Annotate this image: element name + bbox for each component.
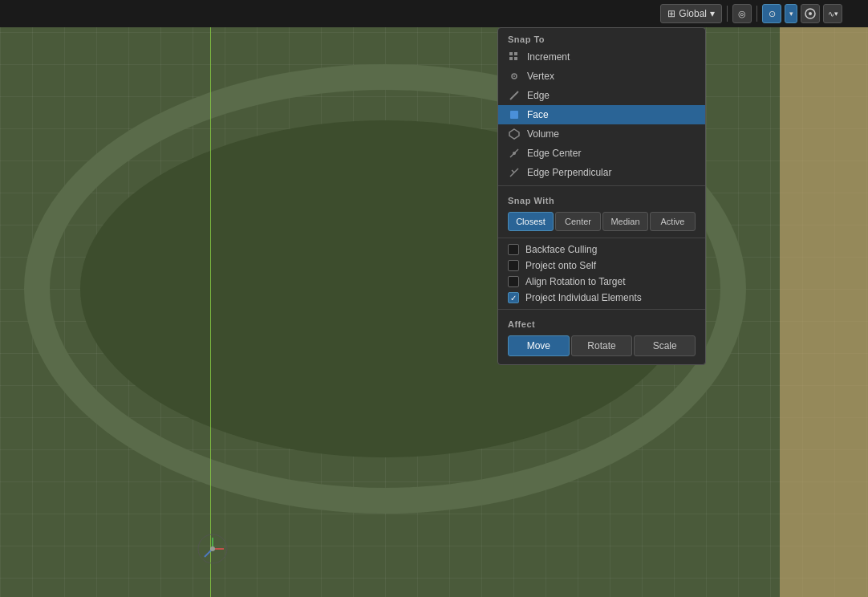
svg-line-19	[512, 170, 514, 173]
svg-rect-8	[514, 52, 517, 55]
increment-icon	[508, 51, 521, 63]
snap-with-closest-btn[interactable]: Closest	[508, 212, 554, 231]
snap-to-label: Snap To	[498, 28, 705, 47]
snap-with-label: Snap With	[498, 189, 705, 209]
align-rotation-row[interactable]: Align Rotation to Target	[498, 274, 705, 290]
edge-perpendicular-label: Edge Perpendicular	[527, 167, 611, 178]
snap-item-edge[interactable]: Edge	[498, 86, 705, 105]
svg-point-4	[210, 546, 215, 551]
snap-with-buttons: Closest Center Median Active	[498, 209, 705, 234]
svg-marker-15	[509, 129, 519, 139]
edge-center-label: Edge Center	[527, 148, 581, 159]
affect-label: Affect	[498, 313, 705, 332]
increment-label: Increment	[527, 51, 570, 63]
svg-line-13	[510, 91, 518, 100]
transform-orientation-dropdown[interactable]: ⊞ Global ▾	[660, 4, 722, 23]
face-icon	[508, 108, 521, 121]
project-onto-self-row[interactable]: Project onto Self	[498, 258, 705, 274]
orientation-icon: ⊞	[667, 8, 675, 19]
affect-scale-btn[interactable]: Scale	[634, 335, 696, 356]
svg-point-6	[809, 12, 812, 15]
volume-icon	[508, 128, 521, 140]
svg-rect-14	[510, 111, 518, 119]
vertex-icon	[508, 70, 521, 83]
project-individual-checkbox[interactable]	[508, 292, 519, 303]
vertex-label: Vertex	[527, 71, 554, 82]
proportional-falloff-btn[interactable]: ∿ ▾	[823, 4, 842, 23]
affect-move-btn[interactable]: Move	[508, 335, 570, 356]
wave-chevron-icon: ▾	[834, 10, 838, 18]
edge-perpendicular-icon	[508, 166, 521, 179]
divider-3	[498, 309, 705, 310]
divider-2	[498, 238, 705, 238]
right-panel	[780, 0, 868, 597]
project-individual-row[interactable]: Project Individual Elements	[498, 290, 705, 306]
orientation-label: Global	[679, 8, 707, 19]
edge-center-icon	[508, 147, 521, 160]
edge-label: Edge	[527, 90, 550, 101]
viewport	[0, 0, 868, 597]
snap-popup: Snap To Increment Vertex Edge Face Volum…	[497, 27, 706, 365]
snap-toggle-btn[interactable]: ⊙	[762, 4, 781, 23]
align-rotation-checkbox[interactable]	[508, 276, 519, 287]
snap-item-edge-perpendicular[interactable]: Edge Perpendicular	[498, 163, 705, 182]
snap-chevron-icon: ▾	[789, 10, 793, 18]
chevron-down-icon: ▾	[710, 8, 715, 19]
svg-rect-9	[509, 57, 513, 60]
svg-rect-10	[514, 57, 517, 60]
project-onto-self-label: Project onto Self	[525, 260, 596, 271]
circle-icon	[805, 8, 816, 19]
svg-rect-7	[509, 52, 513, 55]
edge-icon	[508, 89, 521, 102]
proportional-editing-btn[interactable]: ◎	[732, 4, 752, 23]
snap-item-face[interactable]: Face	[498, 105, 705, 124]
separator-1	[727, 6, 728, 22]
backface-culling-label: Backface Culling	[525, 244, 597, 255]
face-label: Face	[527, 109, 549, 120]
toolbar: ⊞ Global ▾ ◎ ⊙ ▾ ∿ ▾	[0, 0, 868, 27]
orientation-gizmo	[197, 533, 229, 565]
project-individual-label: Project Individual Elements	[525, 292, 642, 303]
center-line	[210, 0, 211, 597]
volume-label: Volume	[527, 128, 559, 140]
snap-with-active-btn[interactable]: Active	[650, 212, 696, 231]
separator-2	[756, 6, 757, 22]
svg-point-12	[513, 75, 515, 77]
project-onto-self-checkbox[interactable]	[508, 260, 519, 271]
backface-culling-row[interactable]: Backface Culling	[498, 242, 705, 258]
divider-1	[498, 185, 705, 186]
align-rotation-label: Align Rotation to Target	[525, 276, 626, 287]
snap-item-edge-center[interactable]: Edge Center	[498, 144, 705, 163]
snap-with-median-btn[interactable]: Median	[602, 212, 648, 231]
svg-point-17	[513, 152, 516, 155]
wave-icon: ∿	[828, 10, 834, 18]
proportional-icon: ◎	[738, 9, 746, 19]
snap-item-volume[interactable]: Volume	[498, 124, 705, 144]
proportional-circle-btn[interactable]	[801, 4, 820, 23]
backface-culling-checkbox[interactable]	[508, 244, 519, 255]
snap-dropdown-btn[interactable]: ▾	[785, 4, 797, 23]
affect-rotate-btn[interactable]: Rotate	[571, 335, 633, 356]
snap-item-vertex[interactable]: Vertex	[498, 67, 705, 86]
snap-with-center-btn[interactable]: Center	[555, 212, 601, 231]
snap-icon: ⊙	[769, 9, 776, 19]
snap-item-increment[interactable]: Increment	[498, 47, 705, 67]
affect-buttons: Move Rotate Scale	[498, 332, 705, 364]
